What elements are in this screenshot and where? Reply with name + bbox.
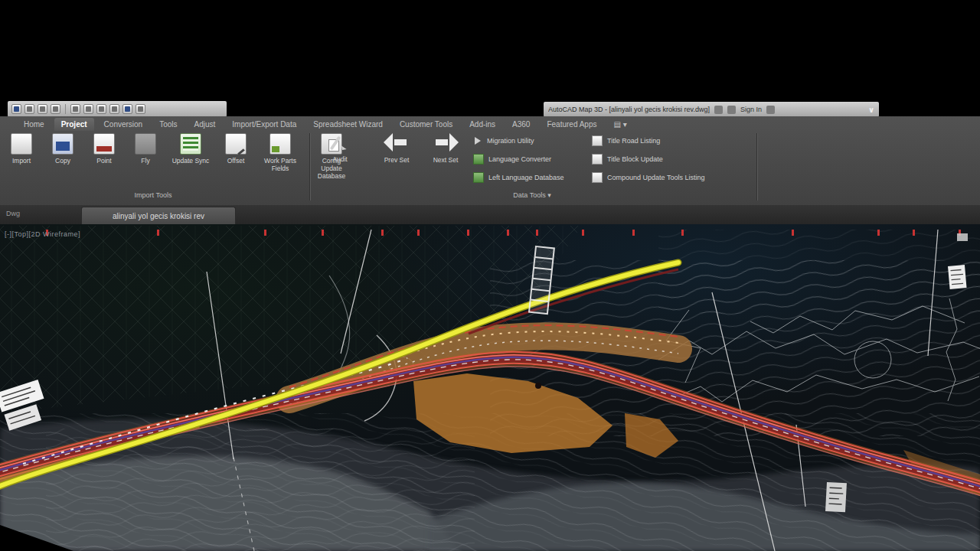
tab-tools[interactable]: Tools bbox=[152, 118, 184, 131]
compound-update-tools-item[interactable]: Compound Update Tools Listing bbox=[592, 171, 704, 183]
toolbar-overflow-icon[interactable] bbox=[136, 104, 145, 114]
map-label bbox=[948, 265, 967, 289]
open-file-icon[interactable] bbox=[38, 104, 47, 114]
arrow-right-icon bbox=[433, 133, 459, 152]
tab-customer-tools[interactable]: Customer Tools bbox=[393, 118, 459, 131]
panel-data-tools-buttons: Audit Prev Set Next Set bbox=[320, 133, 470, 164]
copy-button[interactable]: Copy bbox=[43, 133, 83, 165]
save-icon[interactable] bbox=[51, 104, 60, 114]
infocenter-collapse-icon[interactable]: ∨ bbox=[868, 106, 874, 114]
drawing-content bbox=[0, 224, 980, 551]
plot-icon[interactable] bbox=[96, 104, 106, 114]
ribbon-group-labels: Import Tools Data Tools ▾ bbox=[0, 191, 980, 205]
new-file-icon[interactable] bbox=[24, 104, 34, 114]
drawing-canvas[interactable]: [-][Top][2D Wireframe] bbox=[0, 224, 980, 551]
left-language-database-item[interactable]: Left Language Database bbox=[473, 171, 564, 183]
refresh-icon[interactable] bbox=[109, 104, 119, 114]
tab-home[interactable]: Home bbox=[17, 118, 51, 131]
doc-icon bbox=[592, 135, 603, 146]
audit-button[interactable]: Audit bbox=[320, 133, 360, 164]
point-button[interactable]: Point bbox=[84, 133, 124, 165]
tab-featured-apps[interactable]: Featured Apps bbox=[540, 118, 603, 131]
update-sync-icon bbox=[180, 133, 201, 155]
tab-project[interactable]: Project bbox=[54, 118, 94, 131]
document-tab-bar: Dwg alinyali yol gecis krokisi rev bbox=[0, 205, 980, 224]
search-icon[interactable] bbox=[714, 106, 723, 114]
undo-icon[interactable] bbox=[70, 104, 80, 114]
copy-icon bbox=[52, 133, 74, 155]
language-converter-item[interactable]: Language Converter bbox=[473, 153, 564, 165]
panel-separator bbox=[309, 133, 310, 201]
tab-spreadsheet-wizard[interactable]: Spreadsheet Wizard bbox=[306, 118, 390, 131]
fly-icon bbox=[135, 133, 156, 155]
import-button[interactable]: Import bbox=[2, 133, 41, 165]
ribbon-tab-row: Home Project Conversion Tools Adjust Imp… bbox=[0, 116, 980, 131]
import-icon bbox=[11, 133, 32, 155]
help-icon[interactable] bbox=[766, 106, 775, 114]
ribbon-options-icon[interactable]: ▤ ▾ bbox=[606, 118, 633, 131]
signin-label[interactable]: Sign In bbox=[740, 106, 762, 113]
offset-button[interactable]: Offset bbox=[216, 133, 256, 165]
viewport-label[interactable]: [-][Top][2D Wireframe] bbox=[5, 230, 80, 238]
audit-icon bbox=[330, 133, 350, 153]
application-window: AutoCAD Map 3D - [alinyali yol gecis kro… bbox=[0, 0, 980, 551]
doc-icon bbox=[592, 154, 603, 165]
docbar-menu-label[interactable]: Dwg bbox=[6, 210, 20, 217]
tab-import-export-data[interactable]: Import/Export Data bbox=[225, 118, 303, 131]
import-tools-group-label: Import Tools bbox=[92, 191, 214, 199]
offset-icon bbox=[225, 133, 247, 155]
star-icon[interactable] bbox=[727, 106, 736, 114]
tab-add-ins[interactable]: Add-ins bbox=[462, 118, 502, 131]
title-road-listing-item[interactable]: Title Road Listing bbox=[592, 135, 704, 146]
drawing-file-tab[interactable]: alinyali yol gecis krokisi rev bbox=[81, 207, 236, 224]
migration-utility-item[interactable]: Migration Utility bbox=[473, 135, 564, 146]
app-menu-icon[interactable] bbox=[11, 104, 21, 114]
point-icon bbox=[93, 133, 115, 155]
green-tool-icon bbox=[473, 154, 484, 165]
quick-access-toolbar[interactable] bbox=[8, 101, 227, 117]
fly-button[interactable]: Fly bbox=[126, 133, 165, 165]
next-set-button[interactable]: Next Set bbox=[421, 133, 470, 164]
tab-a360[interactable]: A360 bbox=[505, 118, 537, 131]
prev-set-button[interactable]: Prev Set bbox=[372, 133, 421, 164]
tab-conversion[interactable]: Conversion bbox=[97, 118, 150, 131]
panel-separator bbox=[756, 133, 757, 201]
data-tools-group-label[interactable]: Data Tools ▾ bbox=[467, 191, 597, 199]
window-title: AutoCAD Map 3D - [alinyali yol gecis kro… bbox=[548, 106, 710, 113]
redo-icon[interactable] bbox=[83, 104, 93, 114]
work-parts-fields-icon bbox=[270, 133, 291, 155]
doc-icon bbox=[592, 172, 603, 183]
green-tool-icon bbox=[473, 172, 484, 183]
panel-import-tools: Import Copy Point Fly Update Sync Offset bbox=[2, 133, 360, 180]
tab-adjust[interactable]: Adjust bbox=[188, 118, 223, 131]
workspace-switch-icon[interactable] bbox=[122, 104, 132, 114]
run-arrow-icon bbox=[473, 136, 482, 145]
toolbar-separator bbox=[65, 104, 66, 114]
map-label bbox=[825, 482, 847, 512]
arrow-left-icon bbox=[384, 133, 410, 152]
work-parts-fields-button[interactable]: Work Parts Fields bbox=[257, 133, 303, 173]
titlebar: AutoCAD Map 3D - [alinyali yol gecis kro… bbox=[544, 102, 879, 117]
update-sync-button[interactable]: Update Sync bbox=[167, 133, 214, 165]
ribbon: Home Project Conversion Tools Adjust Imp… bbox=[0, 116, 980, 205]
title-block-update-item[interactable]: Title Block Update bbox=[592, 153, 704, 165]
